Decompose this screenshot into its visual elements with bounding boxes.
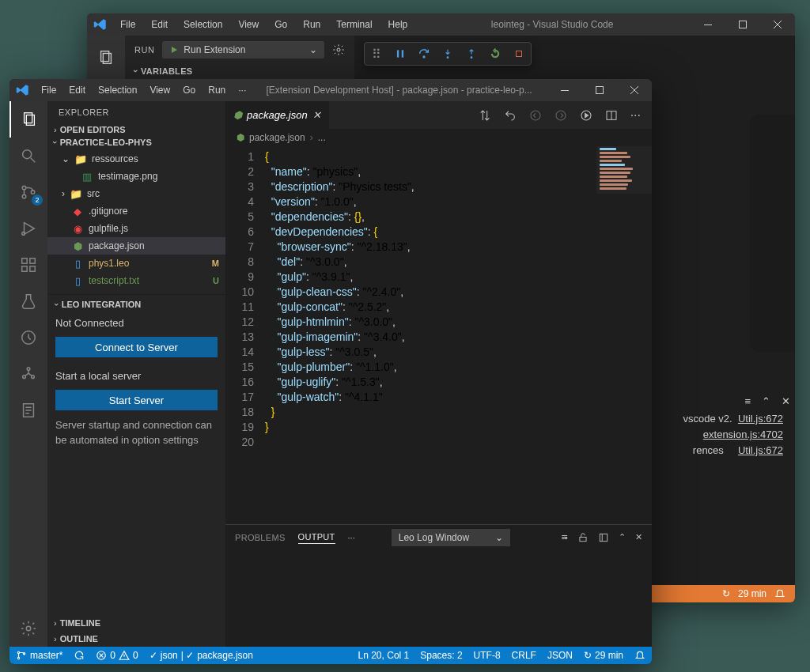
log-link[interactable]: Util.js:672 [738, 413, 783, 425]
menu-file[interactable]: File [36, 81, 61, 99]
more-icon[interactable]: ··· [348, 533, 355, 542]
test-icon[interactable] [9, 283, 47, 319]
drag-handle-icon[interactable]: ⠿ [365, 42, 388, 66]
close-icon[interactable]: ✕ [782, 395, 790, 407]
file-package-json[interactable]: ⬢package.json [47, 237, 225, 255]
stop-icon[interactable] [507, 42, 531, 66]
minimize-button[interactable] [547, 79, 582, 101]
git-branch[interactable]: master* [16, 650, 62, 661]
run-config-dropdown[interactable]: Run Extension ⌄ [162, 41, 324, 59]
log-link[interactable]: extension.js:4702 [703, 428, 783, 440]
encoding[interactable]: UTF-8 [474, 650, 501, 661]
variables-section[interactable]: VARIABLES [125, 63, 354, 79]
file-testscript[interactable]: ▯testscript.txtU [47, 272, 225, 289]
folder-src[interactable]: ›📁src [47, 185, 225, 202]
tab-package-json[interactable]: ⬢ package.json ✕ [225, 101, 330, 129]
close-button[interactable] [760, 13, 795, 36]
leo-icon[interactable] [9, 319, 47, 356]
chevron-up-icon[interactable]: ⌃ [762, 395, 770, 407]
timer[interactable]: ↻ 29 min [584, 650, 623, 661]
minimap[interactable] [596, 146, 652, 194]
menu-terminal[interactable]: Terminal [330, 16, 378, 33]
step-out-icon[interactable] [460, 42, 483, 66]
menu-selection[interactable]: Selection [177, 16, 229, 33]
bell-icon[interactable] [774, 588, 785, 599]
problems-tab[interactable]: PROBLEMS [235, 533, 286, 542]
leo-heading[interactable]: LEO INTEGRATION [55, 300, 218, 312]
clear-output-icon[interactable]: ≡̵ [561, 532, 568, 543]
menu-run[interactable]: Run [203, 81, 230, 99]
errors-warnings[interactable]: 0 0 [96, 650, 138, 661]
step-over-icon[interactable] [412, 42, 436, 66]
editor-placeholder [750, 115, 795, 352]
menu-view[interactable]: View [145, 81, 175, 99]
undo-icon[interactable] [501, 106, 520, 125]
schema-check[interactable]: ✓ json | ✓ package.json [150, 650, 253, 661]
restart-icon[interactable] [483, 42, 507, 66]
close-tab-icon[interactable]: ✕ [312, 109, 321, 121]
output-tab[interactable]: OUTPUT [298, 532, 335, 544]
gear-icon[interactable] [332, 43, 345, 56]
extensions-icon[interactable] [9, 247, 47, 283]
chevron-up-icon[interactable]: ⌃ [619, 532, 626, 543]
run-icon[interactable] [577, 106, 596, 125]
source-control-icon[interactable]: 2 [9, 174, 47, 210]
more-icon[interactable]: ··· [627, 105, 644, 126]
cursor-position[interactable]: Ln 20, Col 1 [358, 650, 410, 661]
menu-edit[interactable]: Edit [145, 16, 174, 33]
menu-run[interactable]: Run [297, 16, 327, 33]
eol[interactable]: CRLF [512, 650, 536, 661]
start-server-button[interactable]: Start Server [55, 390, 218, 410]
outline-section[interactable]: OUTLINE [47, 631, 225, 647]
file-phys1[interactable]: ▯phys1.leoM [47, 255, 225, 272]
maximize-button[interactable] [582, 79, 617, 101]
menu-view[interactable]: View [232, 16, 265, 33]
settings-gear-icon[interactable] [9, 610, 47, 647]
log-link[interactable]: Util.js:672 [738, 444, 783, 456]
split-editor-icon[interactable] [602, 106, 621, 125]
outline-tree-icon[interactable] [9, 356, 47, 392]
notifications-bell-icon[interactable] [634, 650, 645, 661]
menu-file[interactable]: File [114, 16, 142, 33]
connect-server-button[interactable]: Connect to Server [55, 337, 218, 357]
files-icon[interactable] [87, 42, 125, 74]
folder-ressources[interactable]: ⌄📁ressources [47, 150, 225, 168]
file-testimage[interactable]: ▥testimage.png [47, 168, 225, 185]
prev-change-icon[interactable] [526, 106, 545, 125]
indentation[interactable]: Spaces: 2 [420, 650, 462, 661]
code-body[interactable]: { "name": "physics", "description": "Phy… [265, 146, 652, 524]
search-icon[interactable] [9, 138, 47, 174]
language-mode[interactable]: JSON [547, 650, 573, 661]
menu-selection[interactable]: Selection [93, 81, 142, 99]
file-gitignore[interactable]: ◆.gitignore [47, 202, 225, 220]
output-channel-dropdown[interactable]: Leo Log Window ⌄ [392, 529, 510, 546]
project-section[interactable]: PRACTICE-LEO-PHYS [47, 136, 225, 149]
close-button[interactable] [617, 79, 652, 101]
menu-overflow[interactable]: ··· [233, 81, 251, 99]
compare-icon[interactable] [475, 106, 494, 125]
file-gulpfile[interactable]: ◉gulpfile.js [47, 220, 225, 237]
minimize-button[interactable] [691, 13, 725, 36]
open-log-icon[interactable] [598, 532, 609, 543]
open-editors-section[interactable]: OPEN EDITORS [47, 123, 225, 136]
svg-rect-0 [704, 25, 712, 25]
menu-go[interactable]: Go [178, 81, 200, 99]
menu-edit[interactable]: Edit [64, 81, 90, 99]
menu-help[interactable]: Help [382, 16, 414, 33]
close-panel-icon[interactable]: ✕ [635, 532, 642, 543]
lock-scroll-icon[interactable] [577, 532, 589, 543]
pause-icon[interactable] [388, 42, 412, 66]
code-editor[interactable]: 1234567891011121314151617181920 { "name"… [225, 146, 652, 524]
list-icon[interactable]: ≡ [744, 395, 751, 407]
step-into-icon[interactable] [436, 42, 460, 66]
menu-go[interactable]: Go [268, 16, 293, 33]
maximize-button[interactable] [725, 13, 760, 36]
run-debug-icon[interactable] [9, 210, 47, 247]
explorer-icon[interactable] [9, 101, 47, 138]
timeline-section[interactable]: TIMELINE [47, 615, 225, 631]
breadcrumb[interactable]: ⬢ package.json › ... [225, 129, 652, 146]
document-icon[interactable] [9, 392, 47, 428]
sync-icon[interactable] [74, 650, 85, 661]
debug-toolbar[interactable]: ⠿ [364, 42, 532, 66]
next-change-icon[interactable] [551, 106, 570, 125]
